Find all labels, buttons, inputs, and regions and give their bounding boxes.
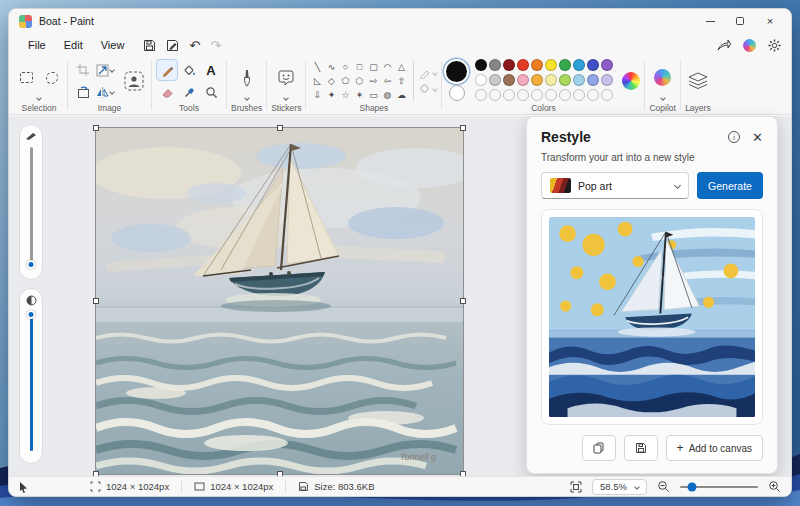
maximize-button[interactable]: [725, 11, 755, 31]
zoom-level-dropdown[interactable]: 58.5%: [592, 479, 647, 495]
copy-result-button[interactable]: [582, 435, 616, 461]
selection-handle[interactable]: [93, 298, 99, 304]
menu-item[interactable]: View: [92, 36, 134, 54]
shape-icon[interactable]: □: [352, 60, 366, 74]
shape-icon[interactable]: ○: [338, 60, 352, 74]
color-swatch-empty[interactable]: [531, 89, 543, 101]
color-swatch-empty[interactable]: [475, 89, 487, 101]
shape-icon[interactable]: △: [394, 60, 408, 74]
settings-gear-icon[interactable]: [768, 39, 781, 52]
eyedropper-tool-icon[interactable]: [178, 81, 200, 103]
menu-item[interactable]: File: [19, 36, 55, 54]
pencil-tool-icon[interactable]: [156, 59, 178, 81]
save-icon[interactable]: [143, 39, 156, 52]
shape-icon[interactable]: ⇦: [380, 74, 394, 88]
shape-icon[interactable]: ▭: [366, 88, 380, 102]
color-swatch[interactable]: [489, 74, 501, 86]
shape-icon[interactable]: ◺: [310, 74, 324, 88]
shape-icon[interactable]: ☆: [338, 88, 352, 102]
color-swatch[interactable]: [517, 74, 529, 86]
shape-icon[interactable]: ⇨: [366, 74, 380, 88]
shape-icon[interactable]: ∿: [324, 60, 338, 74]
rectangle-select-icon[interactable]: [15, 67, 37, 89]
info-icon[interactable]: i: [728, 131, 740, 143]
color-swatch-empty[interactable]: [587, 89, 599, 101]
color-swatch[interactable]: [601, 59, 613, 71]
share-icon[interactable]: [717, 39, 731, 51]
eraser-tool-icon[interactable]: [156, 81, 178, 103]
color-swatch[interactable]: [587, 59, 599, 71]
brushes-dropdown-chevron-icon[interactable]: [244, 95, 250, 101]
color-swatch-empty[interactable]: [559, 89, 571, 101]
copilot-dropdown-chevron-icon[interactable]: [660, 95, 666, 101]
color-swatch[interactable]: [559, 59, 571, 71]
canvas[interactable]: Tonnell g: [96, 128, 463, 474]
color-swatch[interactable]: [573, 59, 585, 71]
save-result-button[interactable]: [624, 435, 658, 461]
save-as-icon[interactable]: [166, 39, 179, 52]
fit-to-screen-icon[interactable]: [570, 481, 582, 493]
selection-handle[interactable]: [460, 298, 466, 304]
menu-item[interactable]: Edit: [55, 36, 92, 54]
zoom-out-icon[interactable]: [657, 480, 670, 493]
color-swatch-empty[interactable]: [489, 89, 501, 101]
color-swatch[interactable]: [517, 59, 529, 71]
color-swatch[interactable]: [489, 59, 501, 71]
shape-icon[interactable]: ⬡: [352, 74, 366, 88]
shape-icon[interactable]: ✦: [324, 88, 338, 102]
undo-icon[interactable]: ↶: [189, 39, 200, 52]
selection-handle[interactable]: [460, 125, 466, 131]
flip-icon[interactable]: [94, 81, 116, 103]
text-tool-icon[interactable]: A: [200, 59, 222, 81]
close-button[interactable]: ×: [755, 11, 785, 31]
stickers-dropdown-chevron-icon[interactable]: [283, 95, 289, 101]
color-swatch[interactable]: [503, 74, 515, 86]
shape-icon[interactable]: ▢: [366, 60, 380, 74]
color-swatch[interactable]: [475, 59, 487, 71]
color-swatch-empty[interactable]: [503, 89, 515, 101]
color-swatch-empty[interactable]: [517, 89, 529, 101]
brushes-icon[interactable]: [234, 65, 260, 91]
color-swatch[interactable]: [545, 74, 557, 86]
rotate-icon[interactable]: [72, 81, 94, 103]
color-swatch[interactable]: [587, 74, 599, 86]
selection-handle[interactable]: [93, 125, 99, 131]
style-dropdown[interactable]: Pop art: [541, 172, 689, 199]
generate-button[interactable]: Generate: [697, 172, 763, 199]
resize-icon[interactable]: [94, 59, 116, 81]
shape-icon[interactable]: ⬠: [338, 74, 352, 88]
primary-color-well[interactable]: [446, 61, 467, 82]
shape-icon[interactable]: ⇧: [394, 74, 408, 88]
selection-handle[interactable]: [277, 125, 283, 131]
color-swatch[interactable]: [545, 59, 557, 71]
magnifier-tool-icon[interactable]: [200, 81, 222, 103]
shape-icon[interactable]: ◍: [380, 88, 394, 102]
fill-tool-icon[interactable]: [178, 59, 200, 81]
color-swatch[interactable]: [559, 74, 571, 86]
zoom-in-icon[interactable]: [768, 480, 781, 493]
freeform-select-icon[interactable]: [41, 67, 63, 89]
edit-colors-icon[interactable]: [622, 72, 640, 90]
stickers-icon[interactable]: [273, 65, 299, 91]
color-swatch-empty[interactable]: [601, 89, 613, 101]
color-swatch[interactable]: [531, 74, 543, 86]
shape-icon[interactable]: ╲: [310, 60, 324, 74]
restyle-close-icon[interactable]: ✕: [752, 131, 763, 144]
color-swatch[interactable]: [573, 74, 585, 86]
selection-dropdown-chevron-icon[interactable]: [36, 95, 42, 101]
zoom-slider[interactable]: [680, 486, 758, 488]
secondary-color-well[interactable]: [449, 85, 465, 101]
color-swatch[interactable]: [601, 74, 613, 86]
copilot-icon[interactable]: [654, 69, 671, 86]
minimize-button[interactable]: [695, 11, 725, 31]
shape-icon[interactable]: ✶: [352, 88, 366, 102]
size-slider[interactable]: [19, 124, 43, 280]
color-swatch-empty[interactable]: [573, 89, 585, 101]
shape-icon[interactable]: ⇩: [310, 88, 324, 102]
size-slider-thumb[interactable]: [27, 260, 36, 269]
layers-icon[interactable]: [685, 68, 711, 94]
shape-icon[interactable]: ◠: [380, 60, 394, 74]
color-swatch[interactable]: [531, 59, 543, 71]
zoom-slider-thumb[interactable]: [688, 482, 697, 491]
shape-icon[interactable]: ◇: [324, 74, 338, 88]
